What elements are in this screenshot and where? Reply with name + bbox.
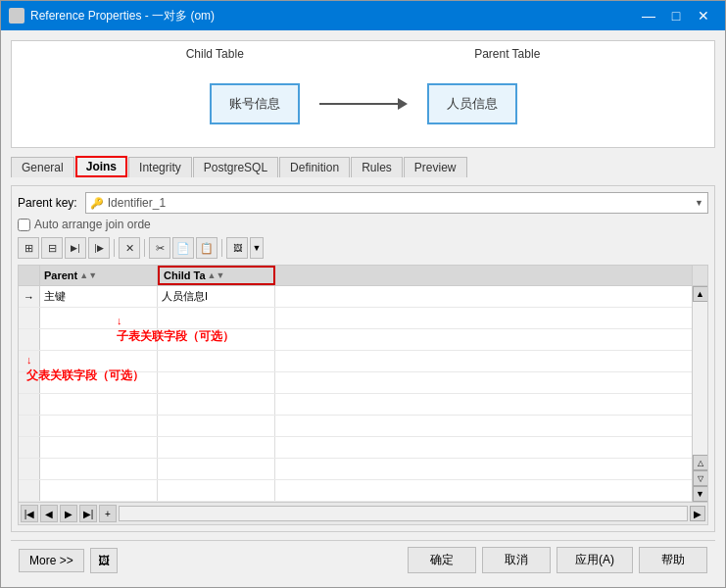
scroll-track[interactable]: [693, 302, 707, 455]
cell-child-6[interactable]: [158, 394, 275, 415]
toolbar-btn-paste[interactable]: 📋: [196, 237, 218, 259]
scroll-step-up-btn[interactable]: △: [693, 455, 708, 470]
diagram-area: Child Table Parent Table 账号信息 人员信息: [11, 40, 715, 148]
horizontal-scrollbar[interactable]: [119, 506, 688, 521]
cancel-button[interactable]: 取消: [482, 547, 551, 573]
scroll-step-down-btn[interactable]: ▽: [693, 470, 708, 486]
tab-preview[interactable]: Preview: [404, 157, 467, 177]
grid-container: Parent ▲▼ Child Ta ▲▼: [18, 265, 708, 525]
cell-parent-8[interactable]: [40, 437, 158, 458]
toolbar-btn-1[interactable]: ⊞: [18, 237, 39, 259]
cell-parent-6[interactable]: [40, 394, 158, 415]
cell-child-1[interactable]: 人员信息I: [158, 286, 275, 307]
nav-add-btn[interactable]: +: [99, 505, 117, 522]
cell-parent-9[interactable]: [40, 459, 158, 479]
cell-child-2[interactable]: [158, 308, 275, 328]
toolbar-btn-menu[interactable]: 🖼: [226, 237, 248, 259]
cell-child-10[interactable]: [158, 480, 275, 501]
toolbar-btn-3[interactable]: ▶|: [65, 237, 86, 259]
table-row: [19, 416, 692, 437]
cell-child-8[interactable]: [158, 437, 275, 458]
toolbar-btn-cut[interactable]: ✂: [149, 237, 170, 259]
dropdown-arrow-icon: ▼: [695, 198, 703, 208]
cell-parent-5[interactable]: [40, 372, 158, 393]
parent-key-section: Parent key: 🔑 Identifier_1 ▼ ➜ 级联设置: [18, 192, 708, 214]
main-window: Reference Properties - 一对多 (om) — □ ✕ Ch…: [0, 0, 726, 588]
cell-child-3[interactable]: [158, 329, 275, 350]
cell-parent-2[interactable]: [40, 308, 158, 328]
grid-toolbar: ⊞ ⊟ ▶| |▶ ✕ ✂ 📄 📋 🖼 ▼: [18, 235, 708, 261]
nav-next-btn[interactable]: ▶: [60, 505, 77, 522]
cell-parent-1[interactable]: 主键: [40, 286, 158, 307]
toolbar-btn-4[interactable]: |▶: [88, 237, 110, 259]
vertical-scrollbar[interactable]: ▲ △ ▽ ▼: [692, 286, 707, 502]
cell-child-7[interactable]: [158, 416, 275, 436]
auto-arrange-row: Auto arrange join orde: [18, 218, 708, 231]
auto-arrange-checkbox[interactable]: [18, 219, 30, 231]
cell-parent-7[interactable]: [40, 416, 158, 436]
toolbar-btn-delete[interactable]: ✕: [119, 237, 140, 259]
cell-parent-10[interactable]: [40, 480, 158, 501]
child-sort-icon: ▲▼: [208, 270, 225, 280]
tab-integrity[interactable]: Integrity: [128, 157, 192, 177]
tabs-row: General Joins Integrity PostgreSQL Defin…: [11, 156, 715, 177]
header-spacer: [275, 266, 692, 285]
row-indicator-header: [19, 266, 40, 285]
row-indicator-1: →: [19, 286, 40, 307]
footer-icon-button[interactable]: 🖼: [90, 548, 118, 573]
toolbar-sep-3: [221, 239, 222, 257]
tab-postgresql[interactable]: PostgreSQL: [193, 157, 278, 177]
cell-child-9[interactable]: [158, 459, 275, 479]
cell-child-4[interactable]: [158, 351, 275, 371]
row-indicator-3: [19, 329, 40, 350]
window-title: Reference Properties - 一对多 (om): [30, 8, 635, 24]
cell-spacer-2: [275, 308, 692, 328]
apply-button[interactable]: 应用(A): [557, 547, 633, 573]
scroll-up-btn[interactable]: ▲: [693, 286, 708, 302]
toolbar-btn-2[interactable]: ⊟: [41, 237, 63, 259]
table-row: [19, 372, 692, 394]
row-indicator-2: [19, 308, 40, 328]
confirm-button[interactable]: 确定: [408, 547, 476, 573]
parent-table-label: Parent Table: [474, 47, 540, 61]
diagram-labels: Child Table Parent Table: [12, 47, 714, 61]
scroll-down-btn[interactable]: ▼: [693, 486, 708, 502]
main-panel: Parent key: 🔑 Identifier_1 ▼ ➜ 级联设置 Auto…: [11, 185, 715, 532]
help-button[interactable]: 帮助: [639, 547, 707, 573]
table-row: [19, 351, 692, 372]
cell-child-5[interactable]: [158, 372, 275, 393]
parent-table-box: 人员信息: [427, 83, 517, 124]
auto-arrange-label: Auto arrange join orde: [34, 218, 151, 231]
maximize-button[interactable]: □: [662, 1, 690, 30]
nav-prev-btn[interactable]: ◀: [40, 505, 58, 522]
cell-spacer-5: [275, 372, 692, 393]
more-button[interactable]: More >>: [19, 549, 84, 572]
row-indicator-9: [19, 459, 40, 479]
parent-key-value: Identifier_1: [108, 196, 695, 210]
parent-col-header: Parent ▲▼: [40, 266, 158, 285]
nav-last-btn[interactable]: ▶|: [79, 505, 97, 522]
nav-first-btn[interactable]: |◀: [21, 505, 38, 522]
minimize-button[interactable]: —: [635, 1, 662, 30]
grid-bottom-bar: |◀ ◀ ▶ ▶| + ▶: [19, 502, 707, 524]
tab-rules[interactable]: Rules: [351, 157, 403, 177]
tab-definition[interactable]: Definition: [279, 157, 350, 177]
cell-parent-4[interactable]: [40, 351, 158, 371]
parent-key-dropdown[interactable]: 🔑 Identifier_1 ▼: [85, 192, 708, 214]
grid-body: → 主键 人员信息I: [19, 286, 707, 502]
window-controls: — □ ✕: [635, 1, 717, 30]
h-scroll-right-btn[interactable]: ▶: [690, 506, 705, 521]
tab-joins[interactable]: Joins: [75, 156, 127, 177]
row-indicator-7: [19, 416, 40, 436]
parent-key-label: Parent key:: [18, 196, 77, 210]
cell-spacer-4: [275, 351, 692, 371]
row-indicator-4: [19, 351, 40, 371]
parent-key-icon: 🔑: [90, 197, 104, 210]
tab-general[interactable]: General: [11, 157, 74, 177]
toolbar-btn-copy[interactable]: 📄: [172, 237, 194, 259]
cell-parent-3[interactable]: [40, 329, 158, 350]
table-row: [19, 459, 692, 480]
close-button[interactable]: ✕: [690, 1, 717, 30]
row-indicator-6: [19, 394, 40, 415]
toolbar-dropdown-arrow[interactable]: ▼: [250, 237, 264, 259]
